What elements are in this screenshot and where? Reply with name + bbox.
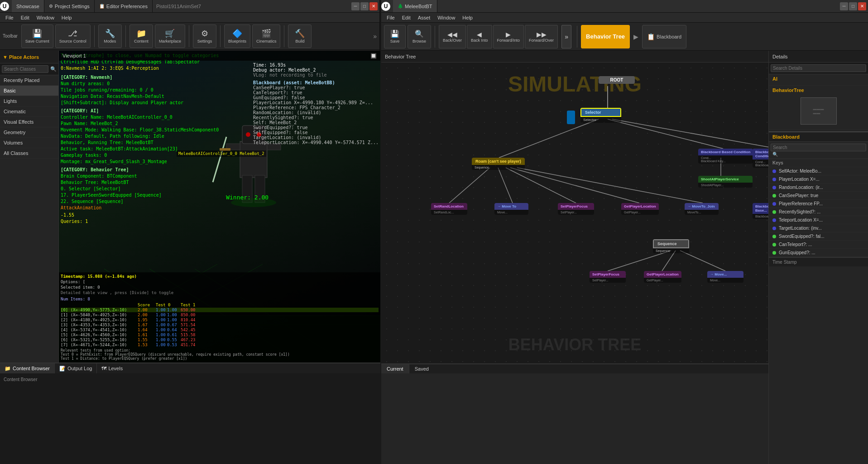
bt-node-task2[interactable]: → Move To Move... (494, 203, 528, 215)
bt-save-button[interactable]: 💾 Save (384, 25, 406, 48)
blueprints-icon: 🔷 (232, 29, 242, 39)
bb-key-teleport-loc[interactable]: TeleportLocation X=... (769, 216, 868, 224)
right-menu-window[interactable]: Window (434, 13, 459, 22)
blueprints-button[interactable]: 🔷 Blueprints (224, 24, 250, 48)
eqs-score-7: 1.53 (138, 343, 156, 347)
sidebar-search-input[interactable] (2, 65, 48, 73)
bt-forward-into-button[interactable]: ▶ Forward/Into (493, 25, 524, 48)
toolbar-expand[interactable]: » (373, 33, 377, 40)
bt-node-task9[interactable]: → Move... Move... (707, 271, 743, 283)
bb-search-input[interactable] (771, 144, 866, 151)
modes-button[interactable]: 🔧 Modes (98, 24, 122, 48)
bb-key-rand-loc[interactable]: RandomLocation: (ir... (769, 184, 868, 192)
bb-key-self[interactable]: SelfActor: MeleeBo... (769, 167, 868, 175)
right-menu-file[interactable]: File (383, 13, 398, 22)
bt-details-search-input[interactable] (771, 64, 866, 72)
bt-expand-button[interactable]: » (561, 25, 571, 48)
bt-node-seq1[interactable]: Roam (can't see player) Sequence (472, 158, 525, 170)
bt-browse-button[interactable]: 🔍 Browse (408, 25, 431, 48)
bb-key-name-gun-equipped: GunEquipped?: ... (779, 250, 864, 255)
sidebar-item-cinematic[interactable]: Cinematic (0, 106, 58, 117)
bt-canvas[interactable]: SIMULATING BEHAVIOR TREE (381, 63, 768, 363)
bt-node-task8[interactable]: GetPlayerLocation GetPlayer... (644, 271, 681, 283)
viewport-maximize-icon[interactable]: 🔲 (370, 53, 377, 59)
bb-key-dot-self (772, 169, 776, 173)
bt-node-cond2[interactable]: Blackboard Based Condition Cond...Blackb… (753, 149, 768, 168)
sidebar-item-volumes[interactable]: Volumes (0, 138, 58, 148)
sidebar-item-recently-placed[interactable]: Recently Placed (0, 75, 58, 86)
sidebar-item-basic[interactable]: Basic (0, 86, 58, 96)
bb-key-target-loc[interactable]: TargetLocation: (inv... (769, 224, 868, 232)
maximize-button[interactable]: □ (360, 2, 369, 10)
bt-node-selector[interactable]: Selector Selector (580, 108, 621, 123)
cinematics-button[interactable]: 🎬 Cinematics (252, 24, 281, 48)
marketplace-label: Marketplace (159, 39, 181, 44)
menu-window[interactable]: Window (33, 13, 58, 22)
tab-levels[interactable]: 🗺 Levels (97, 363, 127, 373)
debug-time: Time: 16.93s (253, 63, 379, 68)
bb-key-player-loc[interactable]: PlayerLocation X=... (769, 175, 868, 184)
settings-button[interactable]: ⚙ Settings (193, 24, 216, 48)
viewport[interactable]: Viewport 1 🔲 (59, 51, 380, 362)
tab-project-settings[interactable]: ⚙ Project Settings (44, 0, 95, 12)
bb-key-player-ref[interactable]: PlayerReference FP... (769, 200, 868, 208)
right-menu-help[interactable]: Help (459, 13, 476, 22)
bt-tab-blackboard[interactable]: 📋 Blackboard (642, 25, 686, 48)
bt-tab-behavior-tree[interactable]: Behavior Tree (581, 25, 630, 48)
menu-help[interactable]: Help (58, 13, 76, 22)
bt-tree-preview[interactable]: ▬▬▬▬▬ (772, 95, 864, 127)
settings-icon: ⚙ (201, 29, 208, 39)
bt-node-seq2[interactable]: Sequence Sequence (653, 239, 689, 253)
sidebar-item-lights[interactable]: Lights (0, 96, 58, 106)
bt-node-task6[interactable]: Blackboard Base... Blackboard... (753, 203, 768, 219)
bb-key-gun-equipped[interactable]: GunEquipped?: ... (769, 249, 868, 257)
bb-search-area: 🔍 (769, 142, 868, 159)
bt-back-into-button[interactable]: ◀ Back Into (467, 25, 492, 48)
save-current-button[interactable]: 💾 Save Current (21, 24, 53, 48)
bt-node-task5-body: MoveTo... (685, 210, 719, 215)
bt-node-task4-header: GetPlayerLocation (621, 203, 659, 210)
bb-key-can-see[interactable]: CanSeePlayer: true (769, 192, 868, 200)
bt-node-task1[interactable]: SetRandLocation SetRandLoc... (431, 203, 467, 215)
tab-content-browser[interactable]: 📁 Content Browser (0, 363, 55, 373)
bb-key-can-teleport[interactable]: CanTeleport?: ... (769, 241, 868, 249)
forward-into-label: Forward/Into (497, 38, 520, 43)
bt-node-task4[interactable]: GetPlayerLocation GetPlayer... (621, 203, 659, 215)
right-minimize-button[interactable]: ─ (840, 2, 848, 10)
close-button[interactable]: ✕ (369, 2, 378, 10)
build-button[interactable]: 🔨 Build (288, 24, 312, 48)
menu-edit[interactable]: Edit (17, 13, 33, 22)
eqs-final-7: 451.74 (181, 343, 196, 347)
bt-forward-over-button[interactable]: ▶▶ Forward/Over (525, 25, 558, 48)
marketplace-button[interactable]: 🛒 Marketplace (155, 24, 185, 48)
bb-key-recently-sighted[interactable]: RecentlySighted?: ... (769, 208, 868, 216)
menu-file[interactable]: File (2, 13, 17, 22)
settings-label: Settings (197, 39, 212, 44)
sidebar-item-all-classes[interactable]: All Classes (0, 148, 58, 159)
bt-node-root[interactable]: ROOT (599, 76, 635, 84)
bt-node-task7[interactable]: SetPlayerFocus SetPlayer... (590, 271, 626, 283)
tab-showcase[interactable]: Showcase (12, 0, 44, 12)
bt-node-service1[interactable]: ShootAtPlayerService ShootAtPlayer... (698, 176, 753, 188)
viewport-label: Viewport 1 (62, 53, 86, 58)
sidebar-item-visual-effects[interactable]: Visual Effects (0, 117, 58, 127)
bt-tab-current[interactable]: Current (381, 364, 409, 373)
bt-node-task3[interactable]: SetPlayerFocus SetPlayer... (558, 203, 594, 215)
right-maximize-button[interactable]: □ (849, 2, 857, 10)
right-tab-main[interactable]: 🌲 MeleeBotBT (393, 0, 437, 12)
content-browser-icon: 📁 (5, 366, 11, 372)
content-button[interactable]: 📁 Content (129, 24, 153, 48)
bb-key-sword-equipped[interactable]: SwordEquipped?: fal... (769, 232, 868, 241)
bt-back-over-button[interactable]: ◀◀ Back/Over (439, 25, 466, 48)
sidebar-item-geometry[interactable]: Geometry (0, 127, 58, 138)
tab-editor-prefs[interactable]: 📋 Editor Preferences (95, 0, 153, 12)
right-close-button[interactable]: ✕ (858, 2, 866, 10)
bt-tab-saved[interactable]: Saved (409, 364, 434, 373)
source-control-button[interactable]: ⎇ Source Control (55, 24, 91, 48)
bt-node-cond1[interactable]: Blackboard Based Condition Cond...Blackb… (698, 149, 753, 164)
right-menu-asset[interactable]: Asset (414, 13, 434, 22)
right-menu-edit[interactable]: Edit (398, 13, 414, 22)
bt-node-task5[interactable]: → MoveTo_Join MoveTo... (685, 203, 719, 215)
minimize-button[interactable]: ─ (351, 2, 360, 10)
tab-output-log[interactable]: 📝 Output Log (55, 363, 97, 373)
